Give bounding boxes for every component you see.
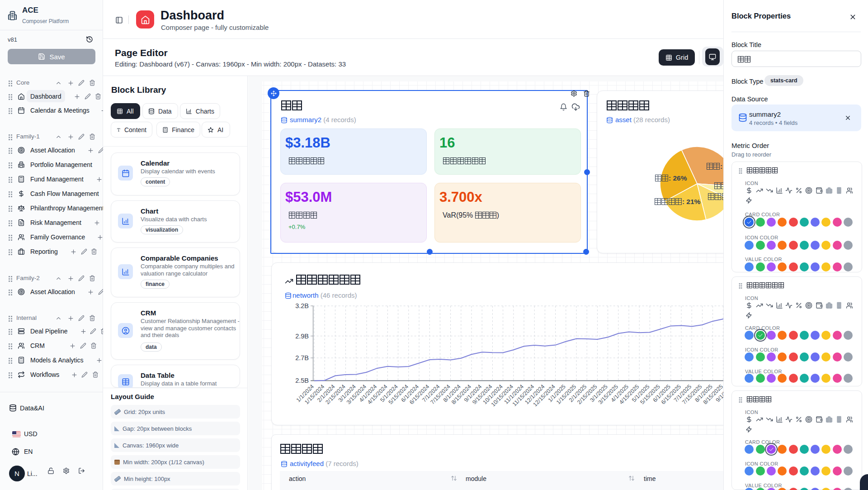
svg-text:2.7B: 2.7B [295,354,309,362]
svg-text:2.5B: 2.5B [295,377,309,384]
svg-text:2.9B: 2.9B [295,333,309,340]
svg-text:3.2B: 3.2B [295,302,309,309]
